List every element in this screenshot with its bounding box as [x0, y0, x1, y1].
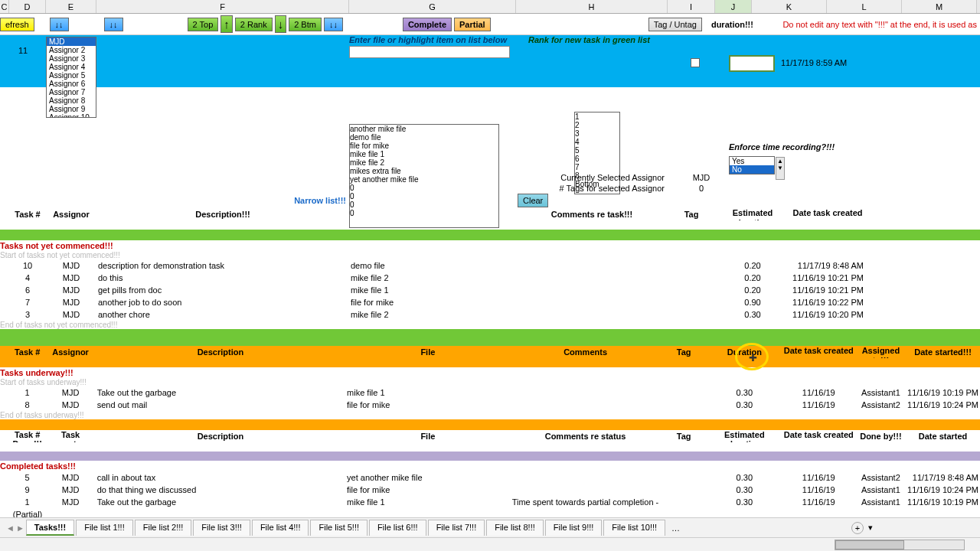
list-item[interactable]: mike file 2 — [350, 158, 498, 167]
section-completed-title: Completed tasks!!! — [0, 461, 980, 471]
2rank-button[interactable]: 2 Rank — [235, 18, 273, 31]
list-item[interactable]: 7 — [575, 163, 619, 171]
sheet-tab[interactable]: File list 8!!! — [486, 520, 544, 536]
sheet-tab[interactable]: Tasks!!! — [26, 520, 74, 536]
sheet-tab[interactable]: File list 6!!! — [369, 520, 426, 536]
table-row[interactable]: 6MJDget pills from docmike file 10.2011/… — [0, 284, 980, 296]
sheet-tab[interactable]: File list 10!!! — [603, 520, 665, 536]
scroll-thumb[interactable] — [835, 540, 904, 549]
list-item[interactable]: 0 — [350, 209, 498, 217]
hdr2-tag: Tag — [661, 346, 707, 358]
list-item[interactable]: 0 — [350, 184, 498, 192]
table-row[interactable]: 4MJDdo thismike file 20.2011/16/19 10:21… — [0, 272, 980, 284]
complete-button[interactable]: Complete — [403, 18, 452, 31]
table-row[interactable]: 1MJDTake out the garbagemike file 1Time … — [0, 496, 980, 508]
tag-untag-button[interactable]: Tag / Untag — [648, 18, 702, 31]
tab-menu-icon[interactable]: ▾ — [868, 523, 873, 533]
down-button-2[interactable]: ↓↓ — [104, 18, 123, 31]
tab-add-icon[interactable]: + — [851, 522, 864, 534]
assignor-listbox[interactable]: MJDAssignor 2Assignor 3Assignor 4Assigno… — [46, 37, 96, 118]
green-band-2 — [0, 329, 980, 346]
hdr2-dstart: Date started!!! — [906, 346, 980, 358]
list-item[interactable]: No — [730, 165, 774, 174]
tab-first-icon[interactable]: ◄ — [6, 523, 15, 533]
tag-checkbox[interactable] — [691, 58, 700, 67]
list-item[interactable]: 6 — [575, 155, 619, 163]
down-button-1[interactable]: ↓↓ — [50, 18, 69, 31]
table-row[interactable]: 9MJDdo that thing we discussedfile for m… — [0, 484, 980, 496]
table-row[interactable]: 10MJDdescription for demonstration taskd… — [0, 259, 980, 272]
list-item[interactable]: Assignor 5 — [47, 71, 96, 80]
down-button-4[interactable]: ↓↓ — [324, 18, 343, 31]
down-arrow-icon: ↓↓ — [55, 20, 64, 29]
file-input[interactable] — [349, 46, 510, 58]
list-item[interactable]: 2 — [575, 121, 619, 129]
table-row[interactable]: 3MJDanother choremike file 20.3011/16/19… — [0, 308, 980, 321]
list-item[interactable]: another mike file — [350, 125, 498, 133]
table-row[interactable]: 1MJDTake out the garbagemike file 10.301… — [0, 386, 980, 399]
file-listbox[interactable]: another mike filedemo filefile for mikem… — [349, 124, 499, 228]
current-assignor-label: Currently Selected Assignor — [511, 173, 665, 182]
2btm-button[interactable]: 2 Btm — [289, 18, 322, 31]
list-item[interactable]: yet another mike file — [350, 175, 498, 184]
list-item[interactable]: Assignor 8 — [47, 96, 96, 105]
list-item[interactable]: Assignor 9 — [47, 105, 96, 113]
list-item[interactable]: file for mike — [350, 142, 498, 150]
list-item[interactable]: Assignor 6 — [47, 80, 96, 88]
list-item[interactable]: 1 — [575, 112, 619, 121]
list-item[interactable]: 0 — [350, 192, 498, 201]
tab-prev-icon[interactable]: ► — [16, 523, 24, 533]
up-button[interactable]: ↑ — [220, 15, 233, 33]
col-j[interactable]: J — [715, 0, 752, 13]
col-m[interactable]: M — [902, 0, 977, 13]
list-item[interactable]: Assignor 2 — [47, 46, 96, 54]
col-k[interactable]: K — [752, 0, 827, 13]
col-h[interactable]: H — [516, 0, 668, 13]
col-e[interactable]: E — [46, 0, 96, 13]
list-item[interactable]: mikes extra file — [350, 167, 498, 175]
list-item[interactable]: 3 — [575, 129, 619, 138]
sheet-tab[interactable]: File list 9!!! — [545, 520, 603, 536]
col-d[interactable]: D — [9, 0, 46, 13]
list-item[interactable]: Assignor 3 — [47, 54, 96, 63]
col-c[interactable]: C — [0, 0, 9, 13]
2top-button[interactable]: 2 Top — [188, 18, 219, 31]
col-f[interactable]: F — [96, 0, 349, 13]
list-item[interactable]: 0 — [350, 201, 498, 209]
col-l[interactable]: L — [827, 0, 902, 13]
sheet-tab[interactable]: File list 2!!! — [135, 520, 192, 536]
list-item[interactable]: demo file — [350, 133, 498, 142]
enforce-listbox[interactable]: ▲▼ YesNo — [729, 156, 775, 174]
hdr3-file: File — [345, 430, 511, 442]
hdr3-desc: Description — [96, 430, 345, 442]
list-item[interactable]: 5 — [575, 146, 619, 155]
sheet-tab[interactable]: File list 4!!! — [252, 520, 309, 536]
clear-button[interactable]: Clear — [518, 194, 548, 207]
list-item[interactable]: Assignor 7 — [47, 88, 96, 96]
list-item[interactable]: mike file 1 — [350, 150, 498, 158]
down-button-3[interactable]: ↓ — [275, 15, 287, 33]
sheet-tab[interactable]: File list 7!!! — [428, 520, 485, 536]
partial-button[interactable]: Partial — [454, 18, 491, 31]
sheet-tab[interactable]: File list 1!!! — [76, 520, 133, 536]
sheet-tab[interactable]: File list 3!!! — [193, 520, 250, 536]
col-i[interactable]: I — [668, 0, 715, 13]
table-row[interactable]: 7MJDanother job to do soonfile for mike0… — [0, 296, 980, 308]
tab-more-icon[interactable]: … — [667, 523, 684, 533]
list-item[interactable]: Yes — [730, 157, 774, 165]
table-row[interactable]: 8MJDsend out mailfile for mike0.3011/16/… — [0, 399, 980, 411]
duration-label: duration!!! — [711, 20, 753, 29]
horizontal-scrollbar[interactable] — [0, 537, 980, 551]
list-item[interactable]: MJD — [47, 37, 96, 46]
tags-count-label: # Tags for selected Assignor — [511, 184, 665, 193]
list-item[interactable]: Assignor 10 — [47, 113, 96, 118]
col-g[interactable]: G — [349, 0, 516, 13]
sheet-tab[interactable]: File list 5!!! — [310, 520, 368, 536]
refresh-button[interactable]: efresh — [0, 18, 34, 31]
table-row[interactable]: 5MJDcall in about taxyet another mike fi… — [0, 471, 980, 484]
section-notcommenced-title: Tasks not yet commenced!!! — [0, 240, 980, 251]
duration-input[interactable] — [729, 55, 775, 72]
list-item[interactable]: 4 — [575, 138, 619, 146]
section-notcommenced-end: End of tasks not yet commenced!!! — [0, 321, 980, 329]
list-item[interactable]: Assignor 4 — [47, 63, 96, 71]
